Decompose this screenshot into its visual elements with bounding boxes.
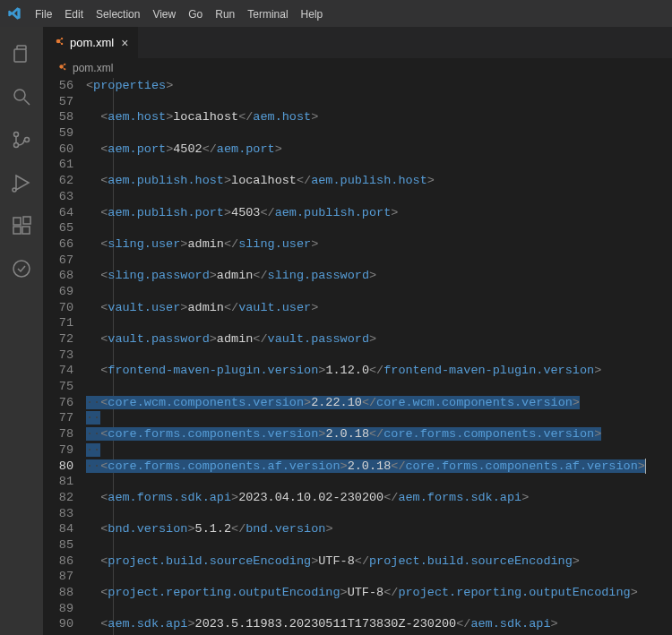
code-line[interactable] xyxy=(86,506,672,522)
svg-rect-7 xyxy=(13,227,21,234)
svg-point-0 xyxy=(14,90,25,100)
code-line[interactable] xyxy=(86,474,672,490)
svg-point-3 xyxy=(14,143,19,148)
svg-rect-9 xyxy=(23,217,30,224)
xml-file-icon xyxy=(52,35,65,50)
code-line[interactable] xyxy=(86,284,672,300)
code-line[interactable]: <project.reporting.outputEncoding>UTF-8<… xyxy=(86,585,672,601)
code-line[interactable]: ··<core.forms.components.af.version>2.0.… xyxy=(86,459,672,475)
code-line[interactable]: ·· xyxy=(86,410,672,426)
activity-bar xyxy=(0,27,43,635)
code-editor[interactable]: 5657585960616263646566676869707172737475… xyxy=(43,78,672,635)
search-icon[interactable] xyxy=(0,75,43,118)
menu-help[interactable]: Help xyxy=(295,8,330,21)
menu-selection[interactable]: Selection xyxy=(90,8,146,21)
code-line[interactable] xyxy=(86,157,672,173)
code-line[interactable] xyxy=(86,601,672,617)
code-line[interactable]: <vault.password>admin</vault.password> xyxy=(86,331,672,348)
code-line[interactable]: <vault.user>admin</vault.user> xyxy=(86,300,672,316)
code-line[interactable]: <aem.publish.host>localhost</aem.publish… xyxy=(86,173,672,189)
code-line[interactable]: <aem.publish.port>4503</aem.publish.port… xyxy=(86,205,672,221)
menu-terminal[interactable]: Terminal xyxy=(241,8,294,21)
code-line[interactable]: <properties> xyxy=(86,78,672,94)
title-bar: FileEditSelectionViewGoRunTerminalHelp xyxy=(0,0,672,27)
code-line[interactable]: <sling.user>admin</sling.user> xyxy=(86,236,672,253)
code-line[interactable]: ·· xyxy=(86,442,672,459)
editor-text[interactable]: <properties> <aem.host>localhost</aem.ho… xyxy=(86,78,672,635)
code-line[interactable] xyxy=(86,315,672,331)
editor-area: pom.xml × pom.xml 5657585960616263646566… xyxy=(43,27,672,635)
code-line[interactable]: <frontend-maven-plugin.version>1.12.0</f… xyxy=(86,363,672,379)
menu-view[interactable]: View xyxy=(146,8,182,21)
code-line[interactable]: <project.build.sourceEncoding>UTF-8</pro… xyxy=(86,553,672,570)
svg-point-5 xyxy=(13,188,16,192)
svg-point-2 xyxy=(14,133,19,137)
code-line[interactable] xyxy=(86,189,672,205)
svg-line-1 xyxy=(24,99,30,105)
menu-run[interactable]: Run xyxy=(209,8,241,21)
breadcrumb-label: pom.xml xyxy=(73,62,113,74)
tab-pom-xml[interactable]: pom.xml × xyxy=(43,27,138,58)
source-control-icon[interactable] xyxy=(0,118,43,161)
code-line[interactable]: <aem.sdk.api>2023.5.11983.20230511T17383… xyxy=(86,616,672,632)
svg-point-10 xyxy=(13,261,30,277)
explorer-icon[interactable] xyxy=(0,32,43,75)
testing-icon[interactable] xyxy=(0,247,43,290)
code-line[interactable]: <aem.forms.sdk.api>2023.04.10.02-230200<… xyxy=(86,490,672,506)
menu-file[interactable]: File xyxy=(29,8,58,21)
run-debug-icon[interactable] xyxy=(0,161,43,204)
code-line[interactable]: <bnd.version>5.1.2</bnd.version> xyxy=(86,521,672,537)
code-line[interactable] xyxy=(86,220,672,236)
code-line[interactable] xyxy=(86,125,672,142)
code-line[interactable] xyxy=(86,379,672,395)
code-line[interactable] xyxy=(86,253,672,269)
svg-rect-8 xyxy=(22,227,30,234)
code-line[interactable]: ··<core.forms.components.version>2.0.18<… xyxy=(86,426,672,442)
code-line[interactable]: <aem.host>localhost</aem.host> xyxy=(86,109,672,125)
svg-point-4 xyxy=(25,138,30,142)
extensions-icon[interactable] xyxy=(0,204,43,247)
line-number-gutter: 5657585960616263646566676869707172737475… xyxy=(43,78,86,635)
close-icon[interactable]: × xyxy=(121,36,128,50)
code-line[interactable]: <aem.port>4502</aem.port> xyxy=(86,142,672,158)
code-line[interactable] xyxy=(86,537,672,553)
xml-file-icon xyxy=(56,61,67,75)
tab-label: pom.xml xyxy=(70,36,114,49)
code-line[interactable]: <sling.password>admin</sling.password> xyxy=(86,268,672,284)
menu-go[interactable]: Go xyxy=(182,8,209,21)
breadcrumb[interactable]: pom.xml xyxy=(43,58,672,78)
code-line[interactable] xyxy=(86,569,672,585)
code-line[interactable]: ··<core.wcm.components.version>2.22.10</… xyxy=(86,395,672,411)
vscode-logo-icon xyxy=(7,6,22,21)
svg-rect-6 xyxy=(13,218,21,225)
menu-edit[interactable]: Edit xyxy=(58,8,90,21)
code-line[interactable] xyxy=(86,348,672,364)
code-line[interactable] xyxy=(86,94,672,110)
editor-tabs: pom.xml × xyxy=(43,27,672,58)
menu-bar: FileEditSelectionViewGoRunTerminalHelp xyxy=(29,5,329,21)
